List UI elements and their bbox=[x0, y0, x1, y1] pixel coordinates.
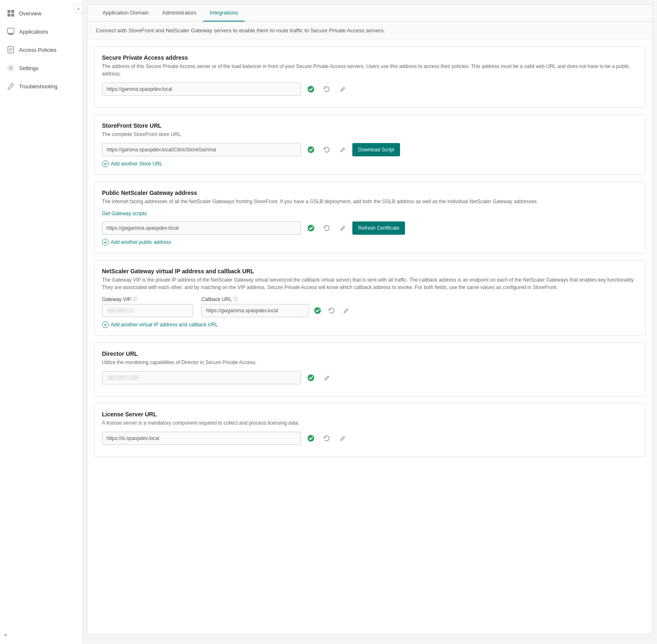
callback-url-info-icon[interactable]: ⓘ bbox=[233, 296, 238, 302]
svg-point-12 bbox=[308, 146, 314, 153]
section-storefront: StoreFront Store URL The complete StoreF… bbox=[94, 114, 646, 175]
vip-desc: The Gateway VIP is the private IP addres… bbox=[102, 276, 638, 291]
tab-application-domain[interactable]: Application Domain bbox=[96, 5, 155, 22]
sidebar-item-label-overview: Overview bbox=[19, 10, 41, 17]
policy-icon bbox=[7, 46, 15, 54]
spa-address-input[interactable] bbox=[102, 83, 301, 96]
svg-point-16 bbox=[308, 435, 314, 442]
storefront-check-icon bbox=[305, 144, 317, 156]
svg-rect-0 bbox=[7, 10, 10, 13]
sidebar: « Overview Applications Access Policies … bbox=[0, 0, 83, 644]
spa-address-check-icon bbox=[305, 83, 317, 95]
sidebar-item-troubleshooting[interactable]: Troubleshooting bbox=[0, 77, 82, 95]
tab-bar: Application Domain Administrators Integr… bbox=[87, 5, 652, 22]
vip-title: NetScaler Gateway virtual IP address and… bbox=[102, 268, 638, 275]
svg-point-14 bbox=[314, 307, 321, 314]
gateway-vip-label: Gateway VIP ⓘ bbox=[102, 296, 193, 302]
license-desc: A license server is a mandatory componen… bbox=[102, 419, 638, 427]
storefront-desc: The complete StoreFront store URL. bbox=[102, 131, 638, 138]
vip-refresh-icon[interactable] bbox=[326, 305, 337, 316]
vip-edit-icon[interactable] bbox=[340, 305, 352, 316]
sidebar-item-label-troubleshooting: Troubleshooting bbox=[19, 83, 58, 90]
license-edit-icon[interactable] bbox=[337, 433, 348, 444]
spa-address-edit-icon[interactable] bbox=[337, 83, 348, 95]
sidebar-item-label-access-policies: Access Policies bbox=[19, 47, 56, 53]
sidebar-collapse-button[interactable]: « bbox=[74, 4, 83, 13]
svg-point-15 bbox=[308, 374, 314, 381]
callback-url-input[interactable] bbox=[201, 304, 309, 317]
section-gateway: Public NetScaler Gateway address The int… bbox=[94, 182, 646, 253]
storefront-title: StoreFront Store URL bbox=[102, 122, 638, 129]
gateway-vip-input[interactable] bbox=[102, 304, 193, 317]
grid-icon bbox=[7, 9, 15, 17]
add-public-address-link[interactable]: + Add another public address bbox=[102, 239, 638, 245]
tab-administrators[interactable]: Administrators bbox=[155, 5, 203, 22]
gateway-check-icon bbox=[305, 222, 317, 234]
callback-url-field: Callback URL ⓘ bbox=[201, 296, 352, 317]
svg-rect-2 bbox=[7, 14, 10, 17]
license-check-icon bbox=[305, 433, 317, 444]
vip-check-icon bbox=[312, 305, 323, 316]
license-title: License Server URL bbox=[102, 411, 638, 418]
svg-rect-4 bbox=[7, 28, 14, 33]
sidebar-item-label-settings: Settings bbox=[19, 65, 39, 71]
plus-icon-2: + bbox=[102, 239, 109, 245]
svg-point-11 bbox=[308, 86, 314, 92]
main-content: Application Domain Administrators Integr… bbox=[83, 0, 657, 644]
license-input[interactable] bbox=[102, 432, 301, 445]
gateway-edit-icon[interactable] bbox=[337, 222, 348, 234]
storefront-edit-icon[interactable] bbox=[337, 144, 348, 156]
gateway-vip-field: Gateway VIP ⓘ bbox=[102, 296, 193, 317]
spa-address-refresh-icon[interactable] bbox=[321, 83, 332, 95]
sidebar-item-applications[interactable]: Applications bbox=[0, 22, 82, 41]
storefront-field-row: Download Script bbox=[102, 143, 638, 156]
tab-integrations[interactable]: Integrations bbox=[203, 5, 245, 22]
content-area: Application Domain Administrators Integr… bbox=[87, 4, 653, 634]
gateway-refresh-icon[interactable] bbox=[321, 222, 332, 234]
director-desc: Utilize the monitoring capabilities of D… bbox=[102, 359, 638, 366]
svg-rect-1 bbox=[11, 10, 14, 13]
director-field-row bbox=[102, 371, 638, 384]
spa-address-title: Secure Private Access address bbox=[102, 54, 638, 61]
page-description: Connect with StoreFront and NetScaler Ga… bbox=[87, 22, 652, 40]
sidebar-item-access-policies[interactable]: Access Policies bbox=[0, 41, 82, 59]
gateway-field-row: Refresh Certificate bbox=[102, 221, 638, 235]
plus-icon-3: + bbox=[102, 321, 109, 328]
license-refresh-icon[interactable] bbox=[321, 433, 332, 444]
settings-icon bbox=[7, 64, 15, 72]
sidebar-item-settings[interactable]: Settings bbox=[0, 59, 82, 77]
gateway-desc: The internet facing addresses of all the… bbox=[102, 198, 638, 205]
gateway-title: Public NetScaler Gateway address bbox=[102, 190, 638, 196]
get-gateway-scripts-link[interactable]: Get Gateway scripts bbox=[102, 211, 147, 216]
section-license: License Server URL A license server is a… bbox=[94, 403, 646, 457]
license-field-row bbox=[102, 432, 638, 445]
add-vip-link[interactable]: + Add another virtual IP address and cal… bbox=[102, 321, 638, 328]
spa-address-field-row bbox=[102, 83, 638, 96]
director-input[interactable] bbox=[102, 371, 301, 384]
director-title: Director URL bbox=[102, 350, 638, 357]
add-store-url-link[interactable]: + Add another Store URL bbox=[102, 160, 638, 167]
storefront-input[interactable] bbox=[102, 143, 301, 156]
section-vip: NetScaler Gateway virtual IP address and… bbox=[94, 260, 646, 336]
download-script-button[interactable]: Download Script bbox=[352, 143, 400, 156]
sidebar-item-overview[interactable]: Overview bbox=[0, 4, 82, 22]
callback-url-label: Callback URL ⓘ bbox=[201, 296, 352, 302]
app-icon bbox=[7, 27, 15, 36]
section-director: Director URL Utilize the monitoring capa… bbox=[94, 343, 646, 396]
svg-rect-5 bbox=[8, 34, 13, 35]
spa-address-desc: The address of this Secure Private Acces… bbox=[102, 63, 638, 78]
gateway-address-input[interactable] bbox=[102, 221, 301, 235]
wrench-icon bbox=[7, 82, 15, 90]
refresh-certificate-button[interactable]: Refresh Certificate bbox=[352, 221, 405, 235]
sidebar-item-label-applications: Applications bbox=[19, 29, 48, 35]
storefront-refresh-icon[interactable] bbox=[321, 144, 332, 156]
sidebar-bottom-collapse-button[interactable]: « bbox=[4, 632, 7, 638]
plus-icon: + bbox=[102, 160, 109, 167]
director-edit-icon[interactable] bbox=[321, 372, 332, 384]
gateway-vip-info-icon[interactable]: ⓘ bbox=[133, 296, 137, 302]
section-spa-address: Secure Private Access address The addres… bbox=[94, 46, 646, 108]
svg-point-13 bbox=[308, 225, 314, 231]
svg-point-10 bbox=[10, 67, 12, 69]
director-check-icon bbox=[305, 372, 317, 384]
vip-fields-row: Gateway VIP ⓘ Callback URL ⓘ bbox=[102, 296, 638, 317]
